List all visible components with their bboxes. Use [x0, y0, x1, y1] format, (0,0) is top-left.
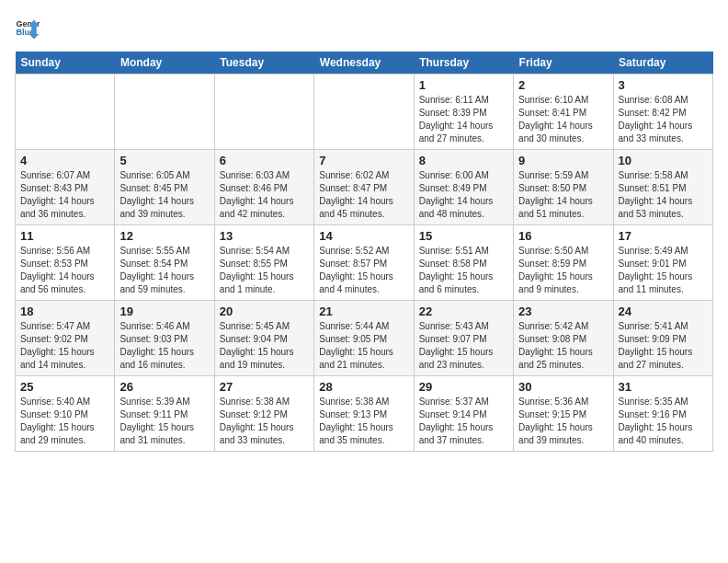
day-info: Sunrise: 6:02 AM Sunset: 8:47 PM Dayligh… [319, 169, 408, 221]
weekday-header-sunday: Sunday [16, 52, 115, 75]
calendar-cell: 25Sunrise: 5:40 AM Sunset: 9:10 PM Dayli… [16, 376, 115, 452]
day-info: Sunrise: 5:49 AM Sunset: 9:01 PM Dayligh… [619, 245, 708, 296]
day-info: Sunrise: 5:58 AM Sunset: 8:51 PM Dayligh… [619, 169, 708, 221]
calendar-cell: 7Sunrise: 6:02 AM Sunset: 8:47 PM Daylig… [314, 150, 414, 225]
day-number: 15 [419, 229, 508, 243]
calendar-cell: 12Sunrise: 5:55 AM Sunset: 8:54 PM Dayli… [115, 225, 214, 301]
day-info: Sunrise: 5:50 AM Sunset: 8:59 PM Dayligh… [518, 245, 608, 296]
day-info: Sunrise: 5:47 AM Sunset: 9:02 PM Dayligh… [20, 320, 109, 372]
day-number: 30 [518, 380, 608, 394]
calendar-cell: 2Sunrise: 6:10 AM Sunset: 8:41 PM Daylig… [514, 75, 613, 150]
day-number: 28 [319, 380, 408, 394]
day-number: 22 [419, 304, 508, 318]
calendar-table: SundayMondayTuesdayWednesdayThursdayFrid… [15, 52, 713, 452]
day-number: 3 [619, 78, 708, 92]
calendar-cell: 13Sunrise: 5:54 AM Sunset: 8:55 PM Dayli… [214, 225, 313, 301]
weekday-header-wednesday: Wednesday [314, 52, 414, 75]
calendar-cell: 14Sunrise: 5:52 AM Sunset: 8:57 PM Dayli… [314, 225, 414, 301]
day-info: Sunrise: 6:03 AM Sunset: 8:46 PM Dayligh… [220, 169, 309, 221]
calendar-cell [214, 75, 313, 150]
calendar-cell: 5Sunrise: 6:05 AM Sunset: 8:45 PM Daylig… [115, 150, 214, 225]
calendar-cell: 18Sunrise: 5:47 AM Sunset: 9:02 PM Dayli… [16, 301, 115, 376]
week-row-3: 11Sunrise: 5:56 AM Sunset: 8:53 PM Dayli… [16, 225, 713, 301]
calendar-cell: 9Sunrise: 5:59 AM Sunset: 8:50 PM Daylig… [514, 150, 613, 225]
calendar-cell: 16Sunrise: 5:50 AM Sunset: 8:59 PM Dayli… [514, 225, 613, 301]
calendar-cell: 8Sunrise: 6:00 AM Sunset: 8:49 PM Daylig… [414, 150, 513, 225]
day-number: 25 [20, 380, 109, 394]
day-info: Sunrise: 5:40 AM Sunset: 9:10 PM Dayligh… [20, 396, 109, 447]
calendar-cell: 15Sunrise: 5:51 AM Sunset: 8:58 PM Dayli… [414, 225, 513, 301]
day-info: Sunrise: 5:54 AM Sunset: 8:55 PM Dayligh… [220, 245, 309, 296]
day-number: 20 [220, 304, 309, 318]
calendar-cell: 3Sunrise: 6:08 AM Sunset: 8:42 PM Daylig… [613, 75, 712, 150]
day-info: Sunrise: 6:00 AM Sunset: 8:49 PM Dayligh… [419, 169, 508, 221]
day-number: 12 [119, 229, 209, 243]
weekday-header-thursday: Thursday [414, 52, 513, 75]
day-number: 6 [220, 154, 309, 167]
calendar-cell: 20Sunrise: 5:45 AM Sunset: 9:04 PM Dayli… [214, 301, 313, 376]
day-info: Sunrise: 5:59 AM Sunset: 8:50 PM Dayligh… [518, 169, 608, 221]
day-number: 1 [419, 78, 508, 92]
calendar-cell: 4Sunrise: 6:07 AM Sunset: 8:43 PM Daylig… [16, 150, 115, 225]
calendar-cell: 29Sunrise: 5:37 AM Sunset: 9:14 PM Dayli… [414, 376, 513, 452]
day-number: 31 [619, 380, 708, 394]
day-info: Sunrise: 5:43 AM Sunset: 9:07 PM Dayligh… [419, 320, 508, 372]
day-info: Sunrise: 5:39 AM Sunset: 9:11 PM Dayligh… [119, 396, 209, 447]
day-info: Sunrise: 5:55 AM Sunset: 8:54 PM Dayligh… [119, 245, 209, 296]
calendar-cell: 19Sunrise: 5:46 AM Sunset: 9:03 PM Dayli… [115, 301, 214, 376]
calendar-cell: 26Sunrise: 5:39 AM Sunset: 9:11 PM Dayli… [115, 376, 214, 452]
day-number: 27 [220, 380, 309, 394]
day-info: Sunrise: 6:08 AM Sunset: 8:42 PM Dayligh… [619, 94, 708, 145]
day-number: 13 [220, 229, 309, 243]
day-number: 10 [619, 154, 708, 167]
day-info: Sunrise: 5:42 AM Sunset: 9:08 PM Dayligh… [518, 320, 608, 372]
day-number: 11 [20, 229, 109, 243]
week-row-2: 4Sunrise: 6:07 AM Sunset: 8:43 PM Daylig… [16, 150, 713, 225]
calendar-cell: 28Sunrise: 5:38 AM Sunset: 9:13 PM Dayli… [314, 376, 414, 452]
day-number: 5 [119, 154, 209, 167]
calendar-cell: 10Sunrise: 5:58 AM Sunset: 8:51 PM Dayli… [613, 150, 712, 225]
day-info: Sunrise: 5:52 AM Sunset: 8:57 PM Dayligh… [319, 245, 408, 296]
day-number: 2 [518, 78, 608, 92]
day-info: Sunrise: 5:56 AM Sunset: 8:53 PM Dayligh… [20, 245, 109, 296]
day-number: 17 [619, 229, 708, 243]
weekday-header-saturday: Saturday [613, 52, 712, 75]
week-row-1: 1Sunrise: 6:11 AM Sunset: 8:39 PM Daylig… [16, 75, 713, 150]
day-info: Sunrise: 5:37 AM Sunset: 9:14 PM Dayligh… [419, 396, 508, 447]
day-number: 4 [20, 154, 109, 167]
calendar-cell: 1Sunrise: 6:11 AM Sunset: 8:39 PM Daylig… [414, 75, 513, 150]
day-number: 29 [419, 380, 508, 394]
day-number: 26 [119, 380, 209, 394]
day-info: Sunrise: 5:35 AM Sunset: 9:16 PM Dayligh… [619, 396, 708, 447]
calendar-cell [314, 75, 414, 150]
calendar-cell: 24Sunrise: 5:41 AM Sunset: 9:09 PM Dayli… [613, 301, 712, 376]
calendar-cell: 27Sunrise: 5:38 AM Sunset: 9:12 PM Dayli… [214, 376, 313, 452]
day-info: Sunrise: 5:46 AM Sunset: 9:03 PM Dayligh… [119, 320, 209, 372]
day-number: 19 [119, 304, 209, 318]
day-number: 23 [518, 304, 608, 318]
day-number: 16 [518, 229, 608, 243]
calendar-cell: 17Sunrise: 5:49 AM Sunset: 9:01 PM Dayli… [613, 225, 712, 301]
day-info: Sunrise: 6:10 AM Sunset: 8:41 PM Dayligh… [518, 94, 608, 145]
day-info: Sunrise: 5:51 AM Sunset: 8:58 PM Dayligh… [419, 245, 508, 296]
day-number: 18 [20, 304, 109, 318]
day-info: Sunrise: 5:36 AM Sunset: 9:15 PM Dayligh… [518, 396, 608, 447]
calendar-cell: 30Sunrise: 5:36 AM Sunset: 9:15 PM Dayli… [514, 376, 613, 452]
calendar-cell: 6Sunrise: 6:03 AM Sunset: 8:46 PM Daylig… [214, 150, 313, 225]
day-number: 7 [319, 154, 408, 167]
day-info: Sunrise: 5:44 AM Sunset: 9:05 PM Dayligh… [319, 320, 408, 372]
calendar-cell: 11Sunrise: 5:56 AM Sunset: 8:53 PM Dayli… [16, 225, 115, 301]
weekday-header-friday: Friday [514, 52, 613, 75]
calendar-cell: 23Sunrise: 5:42 AM Sunset: 9:08 PM Dayli… [514, 301, 613, 376]
calendar-cell [16, 75, 115, 150]
calendar-cell: 22Sunrise: 5:43 AM Sunset: 9:07 PM Dayli… [414, 301, 513, 376]
day-info: Sunrise: 5:41 AM Sunset: 9:09 PM Dayligh… [619, 320, 708, 372]
day-number: 24 [619, 304, 708, 318]
calendar-cell: 21Sunrise: 5:44 AM Sunset: 9:05 PM Dayli… [314, 301, 414, 376]
day-info: Sunrise: 6:05 AM Sunset: 8:45 PM Dayligh… [119, 169, 209, 221]
day-info: Sunrise: 5:38 AM Sunset: 9:12 PM Dayligh… [220, 396, 309, 447]
day-number: 21 [319, 304, 408, 318]
week-row-4: 18Sunrise: 5:47 AM Sunset: 9:02 PM Dayli… [16, 301, 713, 376]
week-row-5: 25Sunrise: 5:40 AM Sunset: 9:10 PM Dayli… [16, 376, 713, 452]
day-info: Sunrise: 5:38 AM Sunset: 9:13 PM Dayligh… [319, 396, 408, 447]
